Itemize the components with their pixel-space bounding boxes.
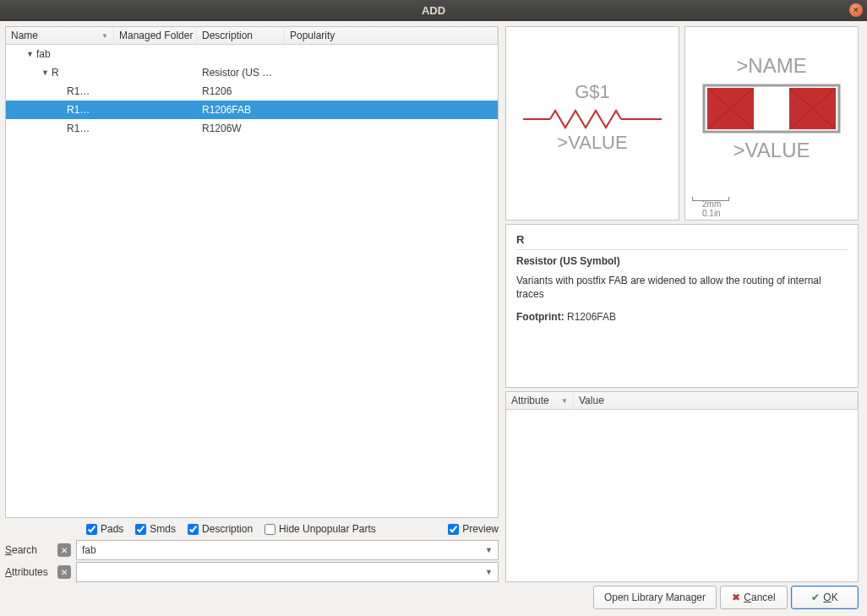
ok-label: OK: [823, 591, 837, 603]
pads-checkbox[interactable]: Pads: [86, 523, 123, 535]
ok-button[interactable]: ✔ OK: [791, 586, 859, 609]
preview-checkbox[interactable]: Preview: [448, 523, 499, 535]
svg-text:>VALUE: >VALUE: [557, 132, 627, 153]
close-icon[interactable]: ✕: [849, 3, 863, 17]
sort-chevron-icon: ▼: [101, 32, 108, 40]
schematic-svg: G$1 >VALUE: [508, 60, 677, 187]
left-column: Name ▼ Managed Folder Description Popula…: [5, 26, 499, 582]
smds-label: Smds: [150, 523, 176, 535]
clear-search-button[interactable]: ✕: [57, 543, 71, 557]
sort-chevron-icon: ▼: [561, 397, 568, 405]
hide-unpopular-label: Hide Unpopular Parts: [279, 523, 376, 535]
tree-row[interactable]: ▼RResistor (US …: [6, 63, 498, 82]
clear-attributes-button[interactable]: ✕: [57, 565, 71, 579]
footprint-svg: >NAME >VALUE: [687, 39, 856, 208]
tree-cell-desc: R1206W: [197, 123, 285, 134]
description-panel: R Resistor (US Symbol) Variants with pos…: [505, 224, 859, 388]
preview-row: G$1 >VALUE >NAME >VALUE: [505, 26, 859, 221]
search-row: Search ✕ fab ▼: [5, 540, 499, 560]
attributes-label: Attributes: [5, 566, 52, 578]
dialog-buttons: Open Library Manager ✖ Cancel ✔ OK: [593, 586, 859, 609]
cancel-button[interactable]: ✖ Cancel: [720, 586, 788, 609]
svg-text:>VALUE: >VALUE: [733, 139, 810, 161]
expand-icon[interactable]: ▼: [26, 50, 33, 58]
footprint-line: Footprint: R1206FAB: [516, 311, 848, 323]
attribute-header: Attribute ▼ Value: [506, 392, 858, 410]
tree-node-name: R1…: [67, 123, 90, 134]
tree-header: Name ▼ Managed Folder Description Popula…: [6, 27, 498, 45]
right-column: G$1 >VALUE >NAME >VALUE: [505, 26, 859, 582]
open-library-manager-button[interactable]: Open Library Manager: [593, 586, 717, 609]
tree-cell-name: ▼R: [6, 67, 114, 79]
col-header-name-label: Name: [11, 30, 38, 41]
tree-row[interactable]: ▼fab: [6, 45, 498, 63]
component-heading: R: [516, 233, 848, 246]
tree-node-name: R1…: [67, 85, 90, 97]
cancel-icon: ✖: [732, 591, 740, 603]
footprint-value: R1206FAB: [567, 311, 616, 323]
libmgr-label: Open Library Manager: [604, 591, 706, 603]
tree-cell-desc: R1206FAB: [197, 104, 285, 116]
search-label: Search: [5, 544, 52, 556]
col-header-name[interactable]: Name ▼: [6, 27, 114, 44]
tree-cell-name: R1…: [6, 85, 114, 97]
tree-node-name: R1…: [67, 104, 90, 116]
tree-row[interactable]: R1…R1206: [6, 82, 498, 101]
col-header-managed[interactable]: Managed Folder: [114, 27, 197, 44]
col-header-description[interactable]: Description: [197, 27, 285, 44]
titlebar: ADD ✕: [0, 0, 867, 21]
tree-row[interactable]: R1…R1206W: [6, 119, 498, 138]
footprint-label: Footprint:: [516, 311, 564, 323]
chevron-down-icon[interactable]: ▼: [485, 568, 493, 576]
attributes-row: Attributes ✕ ▼: [5, 562, 499, 582]
hide-unpopular-checkbox[interactable]: Hide Unpopular Parts: [264, 523, 376, 535]
window-title: ADD: [0, 4, 867, 17]
tree-cell-name: R1…: [6, 123, 114, 134]
attr-col-value[interactable]: Value: [574, 392, 858, 409]
chevron-down-icon[interactable]: ▼: [485, 546, 493, 554]
search-value: fab: [82, 544, 96, 556]
ok-icon: ✔: [811, 591, 820, 603]
svg-text:G$1: G$1: [575, 81, 610, 102]
attributes-input[interactable]: ▼: [76, 562, 499, 582]
tree-cell-desc: R1206: [197, 85, 285, 97]
svg-text:>NAME: >NAME: [736, 54, 806, 77]
attr-col-attribute[interactable]: Attribute ▼: [506, 392, 574, 409]
filters-row: Pads Smds Description Hide Unpopular Par…: [5, 518, 499, 538]
description-checkbox[interactable]: Description: [188, 523, 253, 535]
tree-node-name: R: [52, 67, 59, 79]
tree-cell-name: ▼fab: [6, 48, 114, 60]
search-input[interactable]: fab ▼: [76, 540, 499, 560]
footprint-preview: >NAME >VALUE 2mm 0.1in: [684, 26, 859, 221]
tree-row[interactable]: R1…R1206FAB: [6, 101, 498, 119]
dialog-content: Name ▼ Managed Folder Description Popula…: [0, 21, 867, 587]
preview-label: Preview: [462, 523, 499, 535]
tree-cell-desc: Resistor (US …: [197, 67, 285, 79]
pads-label: Pads: [101, 523, 123, 535]
tree-node-name: fab: [36, 48, 51, 60]
smds-checkbox[interactable]: Smds: [135, 523, 176, 535]
tree-cell-name: R1…: [6, 104, 114, 116]
col-header-popularity[interactable]: Popularity: [285, 27, 498, 44]
description-label: Description: [202, 523, 253, 535]
component-title: Resistor (US Symbol): [516, 255, 848, 267]
cancel-label: Cancel: [744, 591, 775, 603]
attribute-table[interactable]: Attribute ▼ Value: [505, 391, 859, 582]
component-tree[interactable]: Name ▼ Managed Folder Description Popula…: [5, 26, 499, 518]
scale-indicator: 2mm 0.1in: [692, 195, 729, 218]
expand-icon[interactable]: ▼: [41, 68, 48, 77]
schematic-preview: G$1 >VALUE: [505, 26, 679, 221]
component-body: Variants with postfix FAB are widened to…: [516, 274, 848, 301]
